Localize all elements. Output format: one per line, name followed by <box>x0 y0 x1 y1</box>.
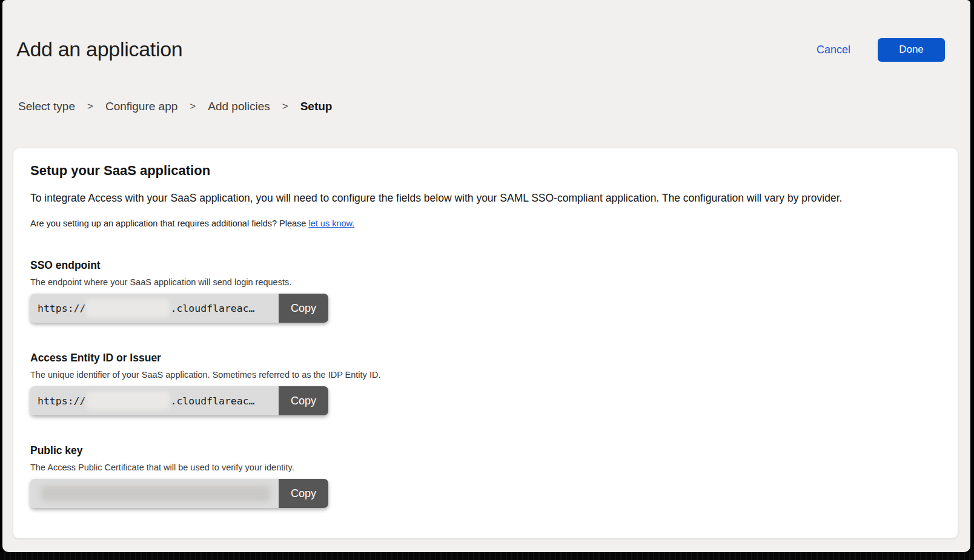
header-actions: Cancel Done <box>817 38 945 62</box>
field-desc-entity-id: The unique identifier of your SaaS appli… <box>30 370 380 380</box>
field-group-entity-id: Access Entity ID or Issuer The unique id… <box>30 352 380 415</box>
value-public-key <box>30 479 279 508</box>
field-label-entity-id: Access Entity ID or Issuer <box>30 352 380 364</box>
breadcrumb-separator: > <box>87 100 93 113</box>
cancel-button[interactable]: Cancel <box>817 44 850 56</box>
value-box-entity-id: https:// .cloudflareac… Copy <box>30 386 328 415</box>
field-label-public-key: Public key <box>30 444 328 457</box>
copy-button-sso-endpoint[interactable]: Copy <box>279 294 328 323</box>
value-entity-id: https:// .cloudflareac… <box>30 386 279 415</box>
value-sso-endpoint: https:// .cloudflareac… <box>30 294 279 323</box>
card-note: Are you setting up an application that r… <box>30 219 354 228</box>
done-button[interactable]: Done <box>878 38 945 62</box>
field-desc-sso-endpoint: The endpoint where your SaaS application… <box>30 277 328 287</box>
card-heading: Setup your SaaS application <box>30 163 210 179</box>
breadcrumb-step-select-type[interactable]: Select type <box>18 100 75 113</box>
value-box-sso-endpoint: https:// .cloudflareac… Copy <box>30 294 328 323</box>
redacted-bottom-strip <box>0 552 974 560</box>
value-suffix: .cloudflareac… <box>170 395 254 407</box>
setup-card: Setup your SaaS application To integrate… <box>13 148 958 539</box>
page-title: Add an application <box>16 38 182 61</box>
value-prefix: https:// <box>38 395 85 407</box>
breadcrumb-step-add-policies[interactable]: Add policies <box>208 100 270 113</box>
card-intro-text: To integrate Access with your SaaS appli… <box>30 192 933 205</box>
field-label-sso-endpoint: SSO endpoint <box>30 259 328 272</box>
redacted-value <box>86 392 170 410</box>
breadcrumb: Select type > Configure app > Add polici… <box>18 100 332 113</box>
breadcrumb-step-configure-app[interactable]: Configure app <box>105 100 177 113</box>
value-prefix: https:// <box>38 303 85 314</box>
copy-button-public-key[interactable]: Copy <box>279 479 328 508</box>
redacted-value <box>86 299 170 317</box>
app-window: Add an application Cancel Done Select ty… <box>2 0 970 552</box>
redacted-value <box>41 486 270 501</box>
breadcrumb-separator: > <box>282 100 288 113</box>
breadcrumb-separator: > <box>190 100 196 113</box>
field-group-sso-endpoint: SSO endpoint The endpoint where your Saa… <box>30 259 328 323</box>
field-group-public-key: Public key The Access Public Certificate… <box>30 444 328 508</box>
card-note-text: Are you setting up an application that r… <box>30 219 308 228</box>
value-box-public-key: Copy <box>30 479 328 508</box>
breadcrumb-step-setup-current: Setup <box>300 100 333 113</box>
let-us-know-link[interactable]: let us know. <box>308 219 354 228</box>
copy-button-entity-id[interactable]: Copy <box>279 386 328 415</box>
value-suffix: .cloudflareac… <box>170 303 254 314</box>
field-desc-public-key: The Access Public Certificate that will … <box>30 463 328 472</box>
